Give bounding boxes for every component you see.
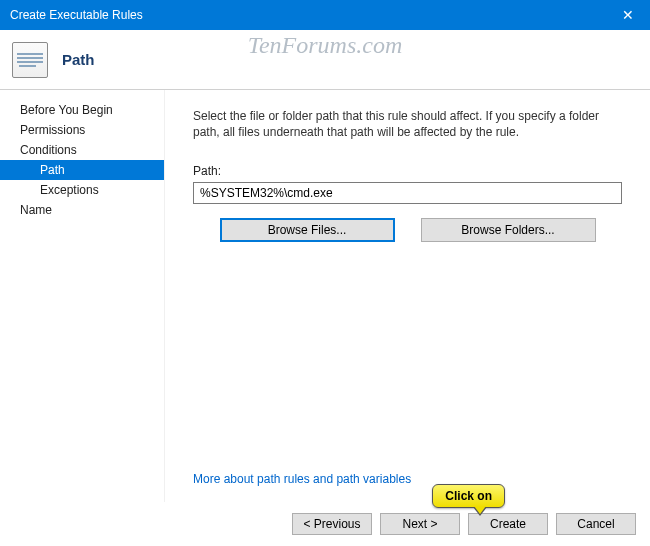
sidebar-item-name[interactable]: Name: [0, 200, 164, 220]
annotation-callout: Click on: [432, 484, 505, 508]
browse-files-button[interactable]: Browse Files...: [220, 218, 395, 242]
browse-folders-button[interactable]: Browse Folders...: [421, 218, 596, 242]
document-icon: [12, 42, 48, 78]
page-title: Path: [62, 51, 95, 68]
close-icon: ✕: [622, 7, 634, 23]
path-label: Path:: [193, 164, 622, 178]
next-button[interactable]: Next >: [380, 513, 460, 535]
sidebar-item-path[interactable]: Path: [0, 160, 164, 180]
cancel-button[interactable]: Cancel: [556, 513, 636, 535]
sidebar-item-permissions[interactable]: Permissions: [0, 120, 164, 140]
footer: < Previous Next > Create Cancel: [0, 502, 650, 546]
sidebar-item-before-you-begin[interactable]: Before You Begin: [0, 100, 164, 120]
sidebar-item-exceptions[interactable]: Exceptions: [0, 180, 164, 200]
previous-button[interactable]: < Previous: [292, 513, 372, 535]
close-button[interactable]: ✕: [605, 0, 650, 30]
window-title: Create Executable Rules: [10, 8, 143, 22]
titlebar: Create Executable Rules ✕: [0, 0, 650, 30]
header-band: Path: [0, 30, 650, 90]
main-panel: Select the file or folder path that this…: [165, 90, 650, 502]
path-input[interactable]: [193, 182, 622, 204]
sidebar-item-conditions[interactable]: Conditions: [0, 140, 164, 160]
wizard-sidebar: Before You Begin Permissions Conditions …: [0, 90, 165, 502]
create-button[interactable]: Create: [468, 513, 548, 535]
description-text: Select the file or folder path that this…: [193, 108, 622, 140]
help-link[interactable]: More about path rules and path variables: [193, 452, 622, 492]
